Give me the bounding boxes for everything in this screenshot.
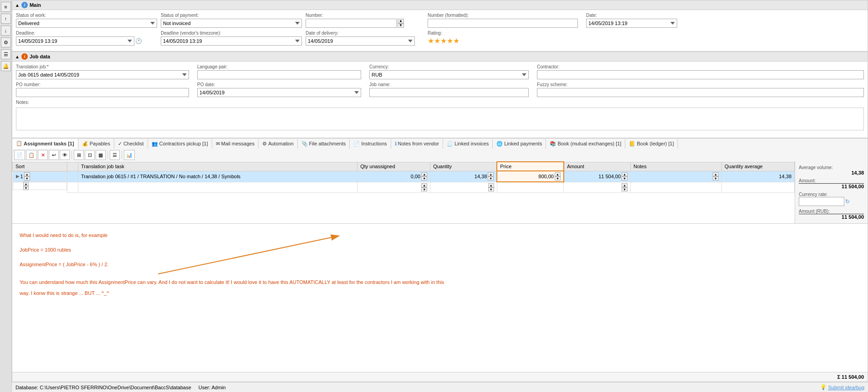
col-qty-average: Quantity average	[721, 162, 794, 171]
amount-label: Amount:	[799, 178, 864, 183]
table-row[interactable]: ▶ 1 ▲ ▼ Translation job 0615 / #1 / TRAN…	[13, 171, 795, 182]
tab-instructions[interactable]: 📄 Instructions	[350, 139, 391, 149]
translation-job-select[interactable]: Job 0615 dated 14/05/2019	[16, 70, 189, 79]
tab-mail-messages[interactable]: ✉ Mail messages	[212, 139, 259, 149]
rating-stars: ★★★★★	[428, 36, 864, 45]
book-mutual-icon: 📚	[550, 141, 556, 147]
sidebar-icon-6[interactable]: 🔔	[1, 61, 11, 71]
main-form-section: Status of work: Delivered Status of paym…	[12, 10, 868, 52]
job-name-input[interactable]: Протокол № 14-059у Дополнительное соглаш…	[369, 88, 529, 97]
number-spin[interactable]: ▲ ▼	[398, 19, 404, 28]
currency-rate-input[interactable]: 1,00	[799, 197, 844, 206]
column-chooser-button[interactable]: ☰	[110, 150, 120, 160]
view-button[interactable]: 👁	[60, 150, 70, 160]
language-pair-label: Language pair:	[197, 64, 366, 69]
main-section-title: Main	[30, 2, 41, 8]
qty-unassigned-spin[interactable]: ▲ ▼	[421, 172, 427, 181]
status-left: Database: C:\Users\PIETRO SFERRINO\OneDr…	[15, 385, 226, 390]
cell-task: Translation job 0615 / #1 / TRANSLATION …	[78, 171, 357, 182]
grid-button-1[interactable]: ⊞	[74, 150, 84, 160]
clock-button[interactable]: 🕐	[135, 38, 142, 44]
sidebar-icon-2[interactable]: ↑	[1, 14, 11, 24]
status-payment-group: Status of payment: Not invoiced	[161, 13, 302, 28]
status-work-select[interactable]: Delivered	[16, 19, 157, 28]
date-delivery-select[interactable]: 14/05/2019	[306, 36, 415, 46]
e-qty-spin[interactable]: ▲ ▼	[421, 183, 427, 191]
copy-button[interactable]: 📋	[26, 150, 37, 160]
cell-sort: ▶ 1 ▲ ▼	[13, 171, 67, 181]
po-date-select[interactable]: 14/05/2019	[197, 88, 361, 97]
number-input[interactable]: 194	[306, 19, 397, 28]
contractor-input[interactable]: Antonio Pilota	[537, 70, 864, 79]
comment-area: What I would need to do is, for example …	[12, 224, 868, 372]
po-number-input[interactable]	[16, 88, 189, 97]
cell-qty-average: 14,38	[721, 171, 794, 182]
fuzzy-scheme-group: Fuzzy scheme: EXPRIMERE DEFAULT FUZZY	[537, 82, 864, 97]
tab-checklist[interactable]: ✓ Checklist	[114, 139, 148, 149]
e-amount-spin[interactable]: ▲ ▼	[622, 183, 628, 191]
sidebar-icon-3[interactable]: ↓	[1, 26, 11, 36]
notes-area[interactable]	[16, 108, 864, 130]
annotation-text: What I would need to do is, for example …	[20, 231, 860, 298]
main-info-icon: i	[21, 2, 28, 8]
e-quantity-spin[interactable]: ▲ ▼	[488, 183, 494, 191]
tab-contractors-pickup[interactable]: 👥 Contractors pickup [1]	[148, 139, 212, 149]
tab-notes-from-vendor[interactable]: ℹ Notes from vendor	[391, 139, 443, 149]
delete-button[interactable]: ✕	[38, 150, 48, 160]
undo-button[interactable]: ↩	[49, 150, 59, 160]
notes-vendor-icon: ℹ	[395, 141, 397, 147]
amount-spin[interactable]: ▲ ▼	[622, 172, 628, 181]
date-select[interactable]: 14/05/2019 13:19	[586, 19, 677, 28]
sort-down[interactable]: ▼	[24, 176, 30, 181]
tab-payables[interactable]: 💰 Payables	[78, 139, 114, 149]
tab-file-attachments[interactable]: 📎 File attachments	[298, 139, 350, 149]
number-up[interactable]: ▲	[398, 19, 404, 23]
quantity-spin[interactable]: ▲ ▼	[488, 172, 494, 181]
expand-button[interactable]: ▶	[16, 174, 20, 179]
sidebar-icon-4[interactable]: ⚙	[1, 37, 11, 47]
number-formatted-input[interactable]: 0194	[428, 19, 578, 28]
deadline-select[interactable]: 14/05/2019 13:19	[16, 36, 134, 46]
currency-select[interactable]: RUB	[369, 70, 529, 79]
tab-linked-payments[interactable]: 🌐 Linked payments	[493, 139, 546, 149]
fuzzy-scheme-input[interactable]: EXPRIMERE DEFAULT FUZZY	[537, 88, 864, 97]
total-value: 11 504,00	[842, 374, 864, 380]
main-section-header[interactable]: ▲ i Main	[12, 0, 868, 10]
collapse-icon: ▲	[15, 3, 20, 8]
cell-amount: 11 504,00 ▲ ▼	[564, 171, 631, 182]
grid-button-3[interactable]: ▦	[96, 150, 106, 160]
notes-spin[interactable]: ▲ ▼	[713, 172, 719, 181]
submit-bug-link[interactable]: Submit idea/bug	[828, 385, 865, 390]
sort-up[interactable]: ▲	[24, 172, 30, 176]
instructions-icon: 📄	[353, 141, 360, 147]
empty-sort-spin[interactable]: ▲ ▼	[23, 182, 29, 190]
tab-book-ledger[interactable]: 📒 Book (ledger) [1]	[625, 139, 678, 149]
status-work-group: Status of work: Delivered	[16, 13, 157, 28]
new-button[interactable]: 📄	[14, 150, 25, 160]
sort-spin[interactable]: ▲ ▼	[24, 172, 30, 181]
price-spin[interactable]: ▲ ▼	[555, 172, 561, 181]
tab-book-mutual[interactable]: 📚 Book (mutual exchanges) [1]	[546, 139, 625, 149]
cell-price[interactable]: 800,00 ▲ ▼	[497, 171, 564, 182]
empty-price	[497, 182, 564, 192]
sidebar-icon-5[interactable]: ☰	[1, 49, 11, 59]
notes-vendor-label: Notes from vendor	[398, 141, 439, 146]
col-amount: Amount	[564, 162, 631, 171]
tab-linked-invoices[interactable]: 🧾 Linked invoices	[443, 139, 493, 149]
deadline-vendor-select[interactable]: 14/05/2019 13:19	[161, 36, 302, 46]
language-pair-input[interactable]: Russian => Spanish	[197, 70, 361, 79]
contractor-group: Contractor: Antonio Pilota	[537, 64, 864, 79]
sidebar-icon-1[interactable]: ≡	[1, 2, 11, 12]
status-work-label: Status of work:	[16, 13, 157, 18]
cell-qty-unassigned: 0,00 ▲ ▼	[357, 171, 430, 182]
cell-expand	[67, 171, 78, 182]
annotation-line4: You can understand how much this Assignm…	[20, 278, 860, 287]
currency-refresh-button[interactable]: ↻	[845, 198, 850, 205]
number-down[interactable]: ▼	[398, 23, 404, 28]
export-button[interactable]: 📊	[124, 150, 135, 160]
tab-automation[interactable]: ⚙ Automation	[259, 139, 298, 149]
grid-button-2[interactable]: ⊡	[85, 150, 95, 160]
tab-assignment-tasks[interactable]: 📋 Assignment tasks [1]	[12, 139, 78, 149]
status-payment-select[interactable]: Not invoiced	[161, 19, 302, 28]
job-section-header[interactable]: ▲ i Job data	[12, 52, 868, 62]
